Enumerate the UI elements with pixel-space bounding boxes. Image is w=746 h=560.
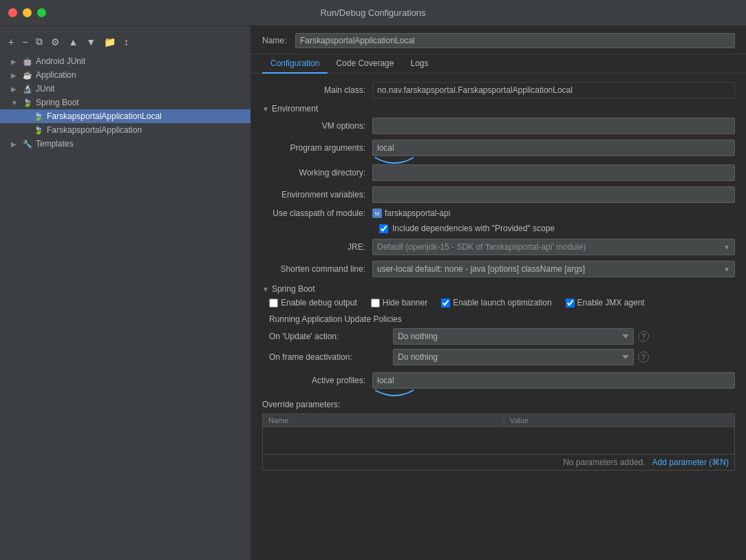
hide-banner-label: Hide banner [383, 298, 427, 308]
sidebar-toolbar: + − ⧉ ⚙ ▲ ▼ 📁 ↕ [0, 32, 251, 52]
settings-button[interactable]: ⚙ [48, 35, 63, 49]
environment-title: Environment [272, 104, 318, 114]
update-policies-section: Running Application Update Policies On '… [269, 314, 735, 365]
classpath-module-name: farskapsportal-api [385, 208, 450, 218]
on-update-select[interactable]: Do nothing [393, 328, 634, 345]
sidebar-item-farskaps-app[interactable]: 🍃 FarskapsportalApplication [0, 123, 251, 137]
close-button[interactable] [8, 8, 17, 17]
program-args-row: Program arguments: [262, 140, 735, 156]
active-profiles-row: Active profiles: [262, 372, 735, 389]
name-col-header: Name [263, 414, 504, 427]
include-deps-label: Include dependencies with "Provided" sco… [392, 224, 555, 233]
add-config-button[interactable]: + [6, 35, 17, 49]
sidebar-item-spring-boot[interactable]: ▼ 🍃 Spring Boot [0, 96, 251, 109]
shorten-cmd-value: user-local default: none - java [options… [377, 264, 721, 274]
sidebar-item-farskaps-local[interactable]: 🍃 FarskapsportalApplicationLocal [0, 109, 251, 123]
android-junit-icon: 🤖 [22, 56, 33, 67]
enable-launch-checkbox-row[interactable]: Enable launch optimization [441, 298, 551, 308]
tree-arrow-android-junit: ▶ [11, 58, 22, 65]
window-controls [8, 8, 46, 17]
sidebar-item-junit[interactable]: ▶ 🔬 JUnit [0, 82, 251, 96]
enable-debug-checkbox[interactable] [269, 299, 278, 308]
tab-code-coverage[interactable]: Code Coverage [328, 54, 402, 74]
junit-icon: 🔬 [22, 83, 33, 94]
jre-input[interactable]: Default (openjdk-15 - SDK of 'farskapspo… [372, 239, 735, 255]
on-frame-help[interactable]: ? [638, 352, 649, 363]
tabs-bar: Configuration Code Coverage Logs [251, 54, 746, 74]
title-bar: Run/Debug Configurations [0, 0, 746, 26]
remove-config-button[interactable]: − [19, 35, 30, 49]
maximize-button[interactable] [37, 8, 46, 17]
active-profiles-input[interactable] [372, 372, 735, 389]
active-profiles-label: Active profiles: [262, 376, 372, 385]
sidebar-item-templates[interactable]: ▶ 🔧 Templates [0, 137, 251, 151]
working-dir-label: Working directory: [262, 168, 372, 177]
name-label: Name: [262, 36, 290, 45]
shorten-cmd-arrow: ▼ [723, 266, 730, 273]
on-frame-label: On frame deactivation: [269, 352, 393, 362]
no-params-text [263, 427, 735, 455]
shorten-cmd-select[interactable]: user-local default: none - java [options… [372, 261, 735, 277]
minimize-button[interactable] [23, 8, 32, 17]
sort-button[interactable]: ↕ [121, 35, 131, 49]
on-update-help[interactable]: ? [638, 331, 649, 342]
content-area: Name: Configuration Code Coverage Logs M… [251, 26, 746, 560]
include-deps-checkbox[interactable] [379, 224, 388, 233]
sidebar: + − ⧉ ⚙ ▲ ▼ 📁 ↕ ▶ 🤖 Android JUnit ▶ ☕ Ap… [0, 26, 251, 560]
copy-config-button[interactable]: ⧉ [33, 34, 45, 49]
enable-debug-checkbox-row[interactable]: Enable debug output [269, 298, 357, 308]
tab-logs[interactable]: Logs [402, 54, 436, 74]
env-vars-input[interactable] [372, 186, 735, 203]
no-params-added-text: No parameters added. [563, 457, 645, 467]
add-param-row: No parameters added. Add parameter (⌘N) [262, 455, 735, 471]
name-input[interactable] [295, 33, 735, 48]
on-frame-select[interactable]: Do nothing [393, 349, 634, 365]
sidebar-label-templates: Templates [36, 139, 74, 149]
annotation-arc-profiles [374, 389, 415, 401]
expand-button[interactable]: ▲ [65, 35, 81, 49]
add-parameter-link[interactable]: Add parameter (⌘N) [652, 457, 729, 467]
hide-banner-checkbox[interactable] [371, 299, 380, 308]
sidebar-label-spring-boot: Spring Boot [36, 98, 79, 107]
sidebar-item-application[interactable]: ▶ ☕ Application [0, 68, 251, 82]
shorten-cmd-row: Shorten command line: user-local default… [262, 261, 735, 277]
tree-arrow-spring-boot: ▼ [11, 99, 22, 107]
environment-section-header[interactable]: ▼ Environment [262, 104, 735, 114]
spring-boot-section: ▼ Spring Boot Enable debug output Hide b… [262, 284, 735, 365]
folder-button[interactable]: 📁 [101, 35, 118, 49]
env-vars-label: Environment variables: [262, 190, 372, 200]
vm-options-input[interactable] [372, 118, 735, 134]
sidebar-item-android-junit[interactable]: ▶ 🤖 Android JUnit [0, 54, 251, 68]
no-params-row [263, 427, 735, 455]
application-icon: ☕ [22, 69, 33, 80]
override-params-title: Override parameters: [262, 400, 735, 409]
main-class-input[interactable] [372, 82, 735, 98]
templates-icon: 🔧 [22, 138, 33, 149]
enable-jmx-checkbox[interactable] [566, 299, 575, 308]
include-deps-row: Include dependencies with "Provided" sco… [262, 224, 735, 233]
jre-dropdown-arrow: ▼ [723, 244, 730, 251]
program-args-input[interactable] [372, 140, 735, 156]
override-params-section: Override parameters: Name Value [262, 400, 735, 471]
enable-jmx-label: Enable JMX agent [577, 298, 645, 308]
working-dir-input[interactable] [372, 164, 735, 181]
config-content: Main class: ▼ Environment VM options: Pr… [251, 74, 746, 560]
hide-banner-checkbox-row[interactable]: Hide banner [371, 298, 427, 308]
jre-label: JRE: [262, 242, 372, 252]
program-args-label: Program arguments: [262, 143, 372, 153]
on-frame-row: On frame deactivation: Do nothing ? [269, 349, 735, 365]
tree-arrow-junit: ▶ [11, 85, 22, 93]
enable-jmx-checkbox-row[interactable]: Enable JMX agent [566, 298, 645, 308]
tree-arrow-application: ▶ [11, 72, 22, 79]
module-icon: M [372, 208, 382, 218]
spring-boot-section-header[interactable]: ▼ Spring Boot [262, 284, 735, 294]
collapse-button[interactable]: ▼ [83, 35, 98, 49]
shorten-cmd-label: Shorten command line: [262, 264, 372, 274]
sidebar-label-farskaps-app: FarskapsportalApplication [47, 125, 142, 135]
enable-launch-checkbox[interactable] [441, 299, 450, 308]
tab-configuration[interactable]: Configuration [262, 54, 328, 74]
classpath-value: M farskapsportal-api [372, 208, 450, 218]
update-policies-title: Running Application Update Policies [269, 314, 735, 324]
enable-debug-label: Enable debug output [281, 298, 357, 308]
spring-boot-checkboxes: Enable debug output Hide banner Enable l… [262, 298, 735, 308]
